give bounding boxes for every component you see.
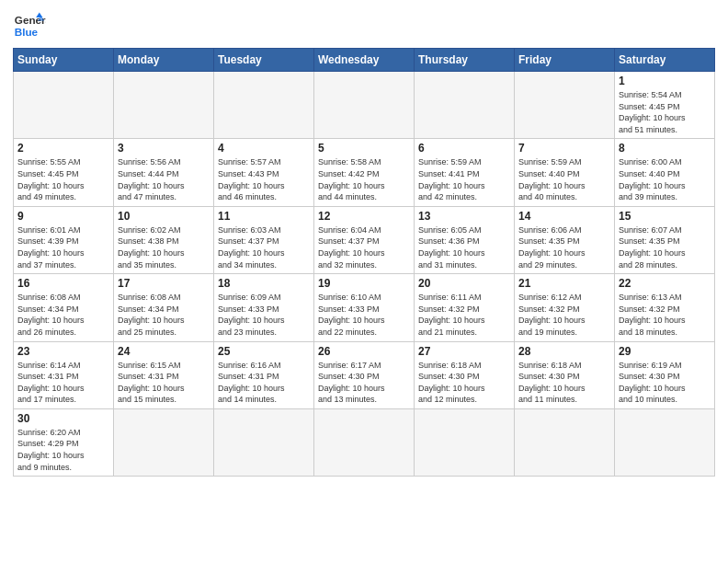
day-cell: 7Sunrise: 5:59 AM Sunset: 4:40 PM Daylig… [515,139,615,206]
day-info: Sunrise: 6:04 AM Sunset: 4:37 PM Dayligh… [318,224,410,270]
day-cell: 30Sunrise: 6:20 AM Sunset: 4:29 PM Dayli… [14,408,114,476]
day-cell: 26Sunrise: 6:17 AM Sunset: 4:30 PM Dayli… [314,341,415,408]
day-cell: 12Sunrise: 6:04 AM Sunset: 4:37 PM Dayli… [314,206,415,273]
day-number: 14 [518,210,610,223]
day-info: Sunrise: 6:19 AM Sunset: 4:30 PM Dayligh… [619,360,711,406]
day-cell: 6Sunrise: 5:59 AM Sunset: 4:41 PM Daylig… [415,139,515,206]
day-info: Sunrise: 6:09 AM Sunset: 4:33 PM Dayligh… [218,292,310,338]
day-number: 23 [17,345,109,358]
day-info: Sunrise: 6:17 AM Sunset: 4:30 PM Dayligh… [318,360,410,406]
day-info: Sunrise: 5:56 AM Sunset: 4:44 PM Dayligh… [118,156,210,202]
day-cell: 2Sunrise: 5:55 AM Sunset: 4:45 PM Daylig… [14,139,114,206]
day-number: 7 [518,142,610,155]
weekday-header-sunday: Sunday [14,49,114,72]
day-cell [14,72,114,139]
calendar: SundayMondayTuesdayWednesdayThursdayFrid… [13,48,715,477]
week-row-3: 9Sunrise: 6:01 AM Sunset: 4:39 PM Daylig… [14,206,715,273]
day-cell: 20Sunrise: 6:11 AM Sunset: 4:32 PM Dayli… [415,274,515,341]
day-number: 5 [318,142,410,155]
day-number: 19 [318,277,410,290]
logo-icon: General Blue [13,9,46,42]
logo: General Blue [13,9,46,42]
day-number: 27 [418,345,510,358]
day-info: Sunrise: 6:01 AM Sunset: 4:39 PM Dayligh… [17,224,109,270]
weekday-header-row: SundayMondayTuesdayWednesdayThursdayFrid… [14,49,715,72]
day-number: 8 [619,142,711,155]
day-info: Sunrise: 6:13 AM Sunset: 4:32 PM Dayligh… [619,292,711,338]
day-cell: 9Sunrise: 6:01 AM Sunset: 4:39 PM Daylig… [14,206,114,273]
day-info: Sunrise: 5:58 AM Sunset: 4:42 PM Dayligh… [318,156,410,202]
day-info: Sunrise: 6:16 AM Sunset: 4:31 PM Dayligh… [218,360,310,406]
day-number: 12 [318,210,410,223]
day-cell: 17Sunrise: 6:08 AM Sunset: 4:34 PM Dayli… [114,274,214,341]
day-cell: 13Sunrise: 6:05 AM Sunset: 4:36 PM Dayli… [415,206,515,273]
day-cell: 16Sunrise: 6:08 AM Sunset: 4:34 PM Dayli… [14,274,114,341]
week-row-5: 23Sunrise: 6:14 AM Sunset: 4:31 PM Dayli… [14,341,715,408]
day-info: Sunrise: 6:14 AM Sunset: 4:31 PM Dayligh… [17,360,109,406]
day-cell: 11Sunrise: 6:03 AM Sunset: 4:37 PM Dayli… [214,206,314,273]
day-cell [314,408,415,476]
day-number: 22 [619,277,711,290]
day-number: 2 [17,142,109,155]
page: General Blue SundayMondayTuesdayWednesda… [0,0,728,563]
day-cell [314,72,415,139]
day-info: Sunrise: 5:59 AM Sunset: 4:41 PM Dayligh… [418,156,510,202]
day-number: 24 [118,345,210,358]
day-number: 10 [118,210,210,223]
day-cell: 18Sunrise: 6:09 AM Sunset: 4:33 PM Dayli… [214,274,314,341]
day-number: 13 [418,210,510,223]
day-cell: 25Sunrise: 6:16 AM Sunset: 4:31 PM Dayli… [214,341,314,408]
day-info: Sunrise: 6:07 AM Sunset: 4:35 PM Dayligh… [619,224,711,270]
svg-text:Blue: Blue [15,26,39,38]
day-cell [415,408,515,476]
day-number: 16 [17,277,109,290]
day-info: Sunrise: 6:06 AM Sunset: 4:35 PM Dayligh… [518,224,610,270]
day-number: 20 [418,277,510,290]
day-info: Sunrise: 6:15 AM Sunset: 4:31 PM Dayligh… [118,360,210,406]
day-number: 28 [518,345,610,358]
day-info: Sunrise: 6:02 AM Sunset: 4:38 PM Dayligh… [118,224,210,270]
day-info: Sunrise: 5:55 AM Sunset: 4:45 PM Dayligh… [17,156,109,202]
day-number: 4 [218,142,310,155]
weekday-header-thursday: Thursday [415,49,515,72]
day-number: 17 [118,277,210,290]
day-info: Sunrise: 6:08 AM Sunset: 4:34 PM Dayligh… [17,292,109,338]
weekday-header-monday: Monday [114,49,214,72]
day-number: 15 [619,210,711,223]
day-number: 6 [418,142,510,155]
day-cell: 28Sunrise: 6:18 AM Sunset: 4:30 PM Dayli… [515,341,615,408]
day-info: Sunrise: 6:03 AM Sunset: 4:37 PM Dayligh… [218,224,310,270]
day-cell: 19Sunrise: 6:10 AM Sunset: 4:33 PM Dayli… [314,274,415,341]
week-row-1: 1Sunrise: 5:54 AM Sunset: 4:45 PM Daylig… [14,72,715,139]
day-cell [214,408,314,476]
day-info: Sunrise: 5:57 AM Sunset: 4:43 PM Dayligh… [218,156,310,202]
day-cell: 1Sunrise: 5:54 AM Sunset: 4:45 PM Daylig… [615,72,715,139]
day-number: 21 [518,277,610,290]
day-cell: 14Sunrise: 6:06 AM Sunset: 4:35 PM Dayli… [515,206,615,273]
day-cell: 23Sunrise: 6:14 AM Sunset: 4:31 PM Dayli… [14,341,114,408]
day-cell: 8Sunrise: 6:00 AM Sunset: 4:40 PM Daylig… [615,139,715,206]
day-cell [615,408,715,476]
day-info: Sunrise: 6:18 AM Sunset: 4:30 PM Dayligh… [518,360,610,406]
day-info: Sunrise: 5:59 AM Sunset: 4:40 PM Dayligh… [518,156,610,202]
day-number: 9 [17,210,109,223]
day-info: Sunrise: 6:20 AM Sunset: 4:29 PM Dayligh… [17,427,109,473]
day-cell [515,408,615,476]
day-number: 25 [218,345,310,358]
weekday-header-friday: Friday [515,49,615,72]
day-info: Sunrise: 5:54 AM Sunset: 4:45 PM Dayligh… [619,89,711,135]
week-row-4: 16Sunrise: 6:08 AM Sunset: 4:34 PM Dayli… [14,274,715,341]
week-row-6: 30Sunrise: 6:20 AM Sunset: 4:29 PM Dayli… [14,408,715,476]
day-cell [114,408,214,476]
day-cell: 24Sunrise: 6:15 AM Sunset: 4:31 PM Dayli… [114,341,214,408]
week-row-2: 2Sunrise: 5:55 AM Sunset: 4:45 PM Daylig… [14,139,715,206]
day-number: 29 [619,345,711,358]
day-number: 3 [118,142,210,155]
day-number: 30 [17,412,109,425]
day-info: Sunrise: 6:18 AM Sunset: 4:30 PM Dayligh… [418,360,510,406]
day-cell: 4Sunrise: 5:57 AM Sunset: 4:43 PM Daylig… [214,139,314,206]
day-info: Sunrise: 6:12 AM Sunset: 4:32 PM Dayligh… [518,292,610,338]
day-cell: 29Sunrise: 6:19 AM Sunset: 4:30 PM Dayli… [615,341,715,408]
day-number: 26 [318,345,410,358]
day-info: Sunrise: 6:05 AM Sunset: 4:36 PM Dayligh… [418,224,510,270]
